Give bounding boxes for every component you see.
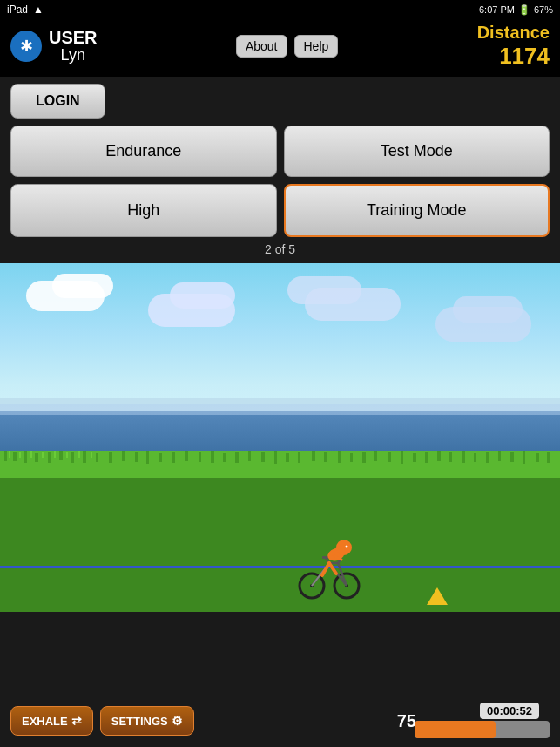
- wifi-icon: ▲: [33, 3, 44, 16]
- svg-rect-9: [96, 453, 98, 462]
- user-section: USER Lyn: [49, 28, 98, 65]
- svg-rect-11: [122, 451, 125, 461]
- cloud-1b: [52, 274, 113, 298]
- svg-rect-38: [462, 451, 465, 463]
- svg-rect-40: [486, 452, 489, 463]
- cyclist: [296, 532, 366, 601]
- svg-rect-12: [135, 452, 138, 462]
- svg-rect-34: [413, 453, 416, 462]
- svg-rect-15: [172, 452, 175, 463]
- ground-lower: [0, 478, 560, 612]
- svg-rect-29: [350, 453, 353, 462]
- svg-rect-22: [261, 452, 265, 462]
- svg-rect-44: [536, 453, 539, 462]
- time-label: 6:07 PM: [479, 4, 515, 15]
- svg-rect-47: [19, 452, 21, 458]
- svg-rect-18: [211, 451, 214, 463]
- exhale-button[interactable]: EXHALE ⇄: [10, 706, 93, 736]
- controls-section: LOGIN Endurance Test Mode High Training …: [0, 77, 560, 263]
- svg-rect-25: [298, 452, 300, 463]
- game-area: [0, 263, 560, 612]
- svg-rect-32: [388, 452, 391, 462]
- high-button[interactable]: High: [10, 184, 277, 237]
- svg-rect-23: [274, 451, 277, 464]
- cloud-2b: [170, 282, 235, 309]
- header-center: About Help: [236, 35, 338, 58]
- progress-bar-container: [415, 721, 550, 738]
- svg-rect-39: [474, 453, 476, 462]
- timer-display: 00:00:52: [480, 703, 539, 719]
- svg-rect-7: [71, 452, 74, 463]
- user-name: Lyn: [49, 47, 98, 65]
- svg-rect-31: [374, 451, 377, 461]
- svg-rect-46: [9, 451, 10, 458]
- cloud-4b: [453, 296, 523, 323]
- about-button[interactable]: About: [236, 35, 287, 58]
- svg-rect-41: [498, 451, 501, 461]
- progress-bar-fill: [415, 721, 496, 738]
- svg-rect-43: [523, 451, 525, 464]
- svg-rect-36: [437, 451, 441, 461]
- svg-rect-10: [109, 452, 112, 463]
- svg-line-70: [329, 563, 336, 574]
- exhale-label: EXHALE: [22, 715, 68, 728]
- svg-rect-19: [223, 453, 226, 462]
- arrow-indicator: [427, 587, 448, 605]
- svg-rect-30: [362, 452, 366, 463]
- header-left: ✱ USER Lyn: [10, 28, 98, 65]
- svg-rect-16: [185, 451, 188, 461]
- svg-rect-26: [312, 451, 315, 461]
- svg-rect-24: [286, 453, 289, 462]
- svg-rect-45: [547, 452, 550, 463]
- bluetooth-icon[interactable]: ✱: [10, 31, 42, 62]
- status-right: 6:07 PM 🔋 67%: [479, 4, 553, 16]
- svg-rect-52: [78, 451, 80, 458]
- svg-rect-50: [54, 451, 56, 458]
- status-left: iPad ▲: [7, 3, 44, 16]
- endurance-button[interactable]: Endurance: [10, 126, 277, 177]
- battery-icon: 🔋: [518, 4, 530, 16]
- status-bar: iPad ▲ 6:07 PM 🔋 67%: [0, 0, 560, 19]
- distance-value: 1174: [499, 43, 550, 70]
- battery-percent: 67%: [534, 4, 553, 15]
- settings-label: SETTINGS: [111, 715, 168, 728]
- grass-svg: [0, 451, 560, 481]
- svg-rect-27: [324, 452, 327, 462]
- header-right: Distance 1174: [477, 23, 550, 70]
- header: ✱ USER Lyn About Help Distance 1174: [0, 19, 560, 77]
- test-mode-button[interactable]: Test Mode: [284, 126, 550, 177]
- svg-point-68: [346, 546, 348, 548]
- svg-rect-3: [24, 451, 27, 463]
- training-mode-button[interactable]: Training Mode: [284, 184, 550, 237]
- shuffle-icon: ⇄: [71, 714, 82, 728]
- distance-label: Distance: [477, 23, 550, 43]
- grass-detail-row: [0, 451, 560, 481]
- user-label: USER: [49, 28, 98, 47]
- ground-line: [0, 566, 560, 568]
- svg-rect-21: [248, 451, 251, 461]
- help-button[interactable]: Help: [294, 35, 339, 58]
- svg-rect-51: [66, 452, 68, 458]
- svg-rect-35: [425, 452, 428, 463]
- svg-rect-53: [91, 452, 92, 458]
- svg-rect-33: [401, 451, 403, 464]
- svg-rect-14: [159, 453, 162, 462]
- svg-rect-5: [48, 452, 51, 463]
- svg-rect-1: [4, 451, 7, 461]
- svg-rect-17: [199, 452, 201, 462]
- mode-grid: Endurance Test Mode High Training Mode: [10, 126, 550, 237]
- svg-rect-28: [338, 451, 341, 463]
- bottom-bar: EXHALE ⇄ SETTINGS ⚙ 75 00:00:52: [0, 695, 560, 747]
- login-row: LOGIN: [10, 84, 550, 119]
- settings-button[interactable]: SETTINGS ⚙: [100, 706, 194, 736]
- svg-rect-48: [30, 451, 32, 458]
- svg-rect-49: [42, 452, 44, 458]
- gear-icon: ⚙: [172, 714, 183, 728]
- water-highlight: [0, 404, 560, 415]
- svg-rect-37: [449, 452, 452, 462]
- login-button[interactable]: LOGIN: [10, 84, 105, 119]
- svg-rect-20: [235, 452, 239, 463]
- pagination: 2 of 5: [10, 242, 550, 256]
- number-display: 75: [397, 711, 416, 731]
- svg-rect-8: [83, 451, 86, 463]
